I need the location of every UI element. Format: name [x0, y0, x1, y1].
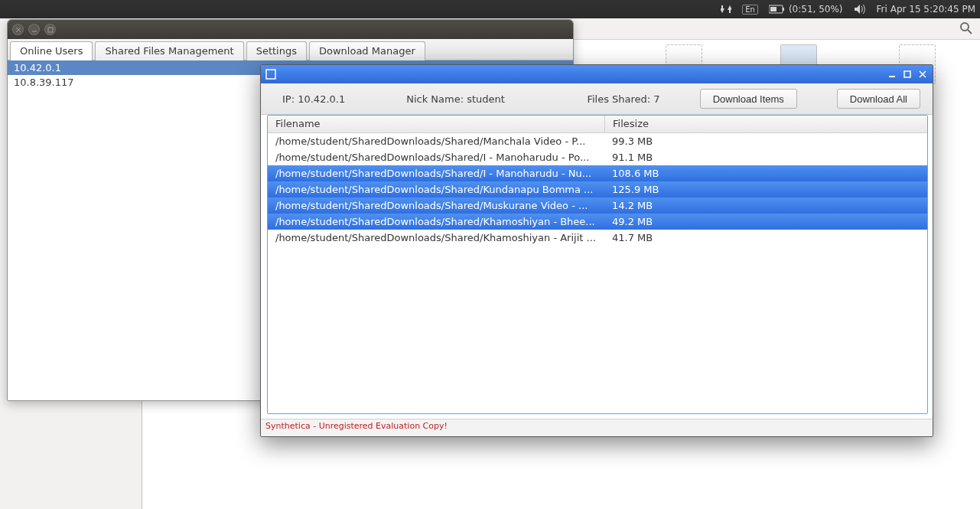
- svg-line-4: [968, 30, 972, 34]
- table-row[interactable]: /home/student/SharedDownloads/Shared/Mus…: [268, 197, 927, 214]
- status-bar: Synthetica - Unregistered Evaluation Cop…: [261, 419, 933, 436]
- column-filename[interactable]: Filename: [268, 116, 605, 132]
- svg-rect-1: [783, 8, 784, 11]
- files-table-body[interactable]: /home/student/SharedDownloads/Shared/Man…: [268, 133, 927, 413]
- column-filesize[interactable]: Filesize: [605, 116, 927, 132]
- svg-rect-6: [266, 70, 275, 79]
- ip-label: IP: 10.42.0.1: [282, 93, 345, 105]
- close-icon[interactable]: [916, 67, 930, 81]
- volume-icon: [854, 4, 866, 15]
- keyboard-indicator[interactable]: En: [742, 5, 758, 15]
- svg-rect-7: [904, 71, 910, 77]
- cell-filename: /home/student/SharedDownloads/Shared/I -…: [268, 152, 604, 163]
- maximize-icon[interactable]: [900, 67, 914, 81]
- cell-filename: /home/student/SharedDownloads/Shared/Kun…: [268, 184, 604, 195]
- files-table-header[interactable]: Filename Filesize: [268, 116, 927, 133]
- cell-filename: /home/student/SharedDownloads/Shared/Mus…: [268, 200, 604, 211]
- files-shared-count: Files Shared: 7: [587, 93, 659, 105]
- cell-filesize: 49.2 MB: [604, 216, 927, 227]
- table-row[interactable]: /home/student/SharedDownloads/Shared/Kun…: [268, 181, 927, 197]
- tab-online-users[interactable]: Online Users: [10, 41, 93, 60]
- dialog-info-bar: IP: 10.42.0.1 Nick Name: student Files S…: [261, 83, 933, 115]
- minimize-icon[interactable]: [28, 24, 40, 35]
- tab-bar: Online UsersShared Files ManagementSetti…: [8, 39, 573, 60]
- svg-point-3: [961, 23, 969, 31]
- battery-indicator[interactable]: (0:51, 50%): [769, 4, 843, 15]
- search-icon[interactable]: [960, 22, 972, 37]
- top-menubar: En (0:51, 50%) Fri Apr 15 5:20:45 PM: [0, 0, 980, 18]
- svg-rect-5: [48, 28, 53, 32]
- keyboard-lang: En: [742, 5, 758, 15]
- table-row[interactable]: /home/student/SharedDownloads/Shared/Man…: [268, 133, 927, 149]
- svg-rect-2: [770, 7, 777, 11]
- files-table: Filename Filesize /home/student/SharedDo…: [261, 115, 933, 419]
- battery-text: (0:51, 50%): [789, 4, 843, 15]
- table-row[interactable]: /home/student/SharedDownloads/Shared/Kha…: [268, 230, 927, 246]
- battery-icon: [769, 5, 786, 14]
- cell-filename: /home/student/SharedDownloads/Shared/Kha…: [268, 232, 604, 243]
- dialog-titlebar[interactable]: [261, 65, 933, 83]
- maximize-icon[interactable]: [44, 24, 56, 35]
- tab-shared-files-management[interactable]: Shared Files Management: [95, 41, 243, 60]
- window-app-icon: [264, 67, 278, 81]
- cell-filesize: 125.9 MB: [604, 184, 927, 195]
- cell-filesize: 14.2 MB: [604, 200, 927, 211]
- network-icon: [721, 4, 731, 15]
- clock[interactable]: Fri Apr 15 5:20:45 PM: [877, 4, 975, 15]
- volume-indicator[interactable]: [854, 4, 866, 15]
- shared-files-dialog: IP: 10.42.0.1 Nick Name: student Files S…: [260, 64, 933, 437]
- table-row[interactable]: /home/student/SharedDownloads/Shared/I -…: [268, 149, 927, 165]
- network-indicator[interactable]: [721, 4, 731, 15]
- cell-filesize: 41.7 MB: [604, 232, 927, 243]
- nickname-label: Nick Name: student: [406, 93, 505, 105]
- cell-filesize: 99.3 MB: [604, 135, 927, 147]
- main-window-titlebar[interactable]: [8, 20, 573, 39]
- download-items-button[interactable]: Download Items: [700, 89, 797, 109]
- cell-filesize: 108.6 MB: [604, 168, 927, 179]
- table-row[interactable]: /home/student/SharedDownloads/Shared/I -…: [268, 165, 927, 181]
- minimize-icon[interactable]: [885, 67, 899, 81]
- cell-filename: /home/student/SharedDownloads/Shared/Man…: [268, 135, 604, 147]
- close-icon[interactable]: [12, 24, 24, 35]
- cell-filename: /home/student/SharedDownloads/Shared/I -…: [268, 168, 604, 179]
- tab-settings[interactable]: Settings: [246, 41, 307, 60]
- tab-download-manager[interactable]: Download Manager: [309, 41, 425, 60]
- cell-filesize: 91.1 MB: [604, 152, 927, 163]
- table-row[interactable]: /home/student/SharedDownloads/Shared/Kha…: [268, 214, 927, 230]
- download-all-button[interactable]: Download All: [837, 89, 920, 109]
- cell-filename: /home/student/SharedDownloads/Shared/Kha…: [268, 216, 604, 227]
- clock-text: Fri Apr 15 5:20:45 PM: [877, 4, 975, 15]
